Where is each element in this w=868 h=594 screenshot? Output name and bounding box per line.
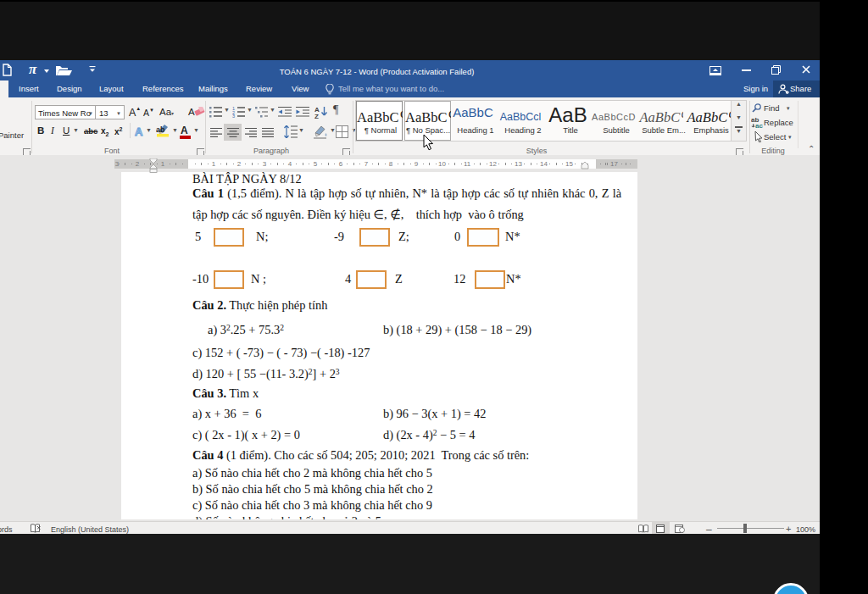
svg-text:A: A — [135, 125, 143, 138]
svg-text:ab: ab — [156, 125, 165, 134]
svg-text:3: 3 — [232, 114, 235, 118]
svg-text:Z: Z — [314, 113, 319, 119]
svg-text:ac: ac — [755, 122, 763, 128]
